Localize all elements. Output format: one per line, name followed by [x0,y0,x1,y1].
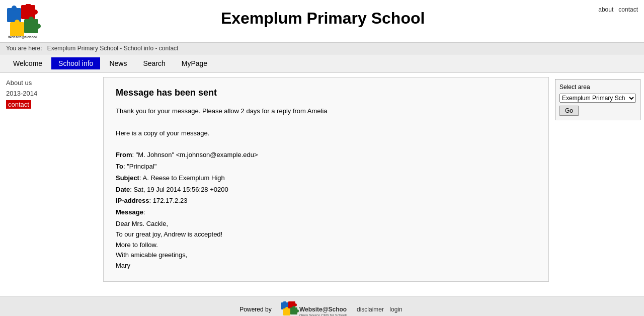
sidebar-item-about-us[interactable]: About us [6,79,97,87]
logo-area: Website@School [6,4,47,40]
contact-link[interactable]: contact [618,6,638,13]
footer-powered-by: Powered by [239,306,271,313]
main-layout: About us 2013-2014 contact Message has b… [0,73,644,286]
footer-links: disclaimer login [355,306,405,313]
svg-point-1 [12,6,17,11]
sidebar: About us 2013-2014 contact [0,73,103,286]
breadcrumb-prefix: You are here: [6,45,42,52]
content-copy-intro: Here is a copy of your message. [116,128,536,139]
go-button[interactable]: Go [559,106,579,116]
nav-news[interactable]: News [102,57,134,69]
msg-to: To: "Principal" [116,162,536,172]
content-body: Thank you for your message. Please allow… [116,106,536,271]
footer: Powered by Website@School Open Source CM… [0,296,644,316]
svg-text:Website@School: Website@School [299,306,347,313]
svg-text:Website@School: Website@School [8,35,37,39]
sidebar-item-contact[interactable]: contact [6,100,31,109]
msg-ip-label: IP-address [116,197,149,204]
top-bar: Website@School Exemplum Primary School a… [0,0,644,42]
msg-to-label: To [116,163,123,170]
msg-date-value: Sat, 19 Jul 2014 15:56:28 +0200 [133,186,228,193]
msg-subject-value: A. Reese to Exemplum High [142,174,224,182]
disclaimer-link[interactable]: disclaimer [357,306,384,313]
svg-point-9 [29,17,34,22]
sidebar-item-2013-2014[interactable]: 2013-2014 [6,90,97,97]
site-title: Exemplum Primary School [47,4,598,28]
area-select[interactable]: Exemplum Primary Sch [559,94,636,103]
svg-point-22 [296,309,299,312]
content-area: Message has been sent Thank you for your… [103,77,549,282]
svg-point-21 [292,306,295,309]
breadcrumb-bar: You are here: Exemplum Primary School - … [0,42,644,54]
msg-ip-value: 172.17.2.23 [153,197,188,204]
svg-text:Open Source CMS for Schools: Open Source CMS for Schools [299,313,347,316]
about-link[interactable]: about [598,6,613,13]
msg-message-label: Message [116,208,143,216]
nav-mypage[interactable]: MyPage [175,57,214,69]
svg-point-5 [33,10,38,15]
site-logo-icon: Website@School [6,4,47,40]
msg-message-body: Dear Mrs. Cackle, To our great joy, Andr… [116,219,536,271]
select-area-title: Select area [559,84,636,91]
msg-message-label-line: Message: [116,207,536,218]
right-panel: Select area Exemplum Primary Sch Go [551,73,644,286]
msg-from-value: "M. Johnson" <m.johnson@example.edu> [136,151,258,159]
footer-logo-icon: Website@School Open Source CMS for Schoo… [281,301,347,316]
msg-to-value: "Principal" [127,163,156,170]
login-link[interactable]: login [389,306,402,313]
msg-from: From: "M. Johnson" <m.johnson@example.ed… [116,150,536,161]
nav-bar: Welcome School info News Search MyPage [0,54,644,73]
content-intro: Thank you for your message. Please allow… [116,106,536,117]
msg-subject: Subject: A. Reese to Exemplum High [116,173,536,184]
nav-search[interactable]: Search [136,57,172,69]
content-title: Message has been sent [116,88,536,98]
nav-welcome[interactable]: Welcome [6,57,49,69]
msg-date: Date: Sat, 19 Jul 2014 15:56:28 +0200 [116,185,536,195]
top-links: about contact [598,4,638,13]
msg-ip: IP-address: 172.17.2.23 [116,196,536,206]
svg-point-10 [36,24,41,29]
svg-point-17 [294,303,297,306]
msg-subject-label: Subject [116,174,139,182]
msg-from-label: From [116,151,132,159]
breadcrumb: Exemplum Primary School - School info - … [47,45,179,52]
svg-point-19 [285,307,288,310]
svg-point-7 [15,20,20,25]
msg-date-label: Date [116,186,130,193]
nav-school-info[interactable]: School info [51,57,100,69]
select-area-box: Select area Exemplum Primary Sch Go [555,79,640,120]
